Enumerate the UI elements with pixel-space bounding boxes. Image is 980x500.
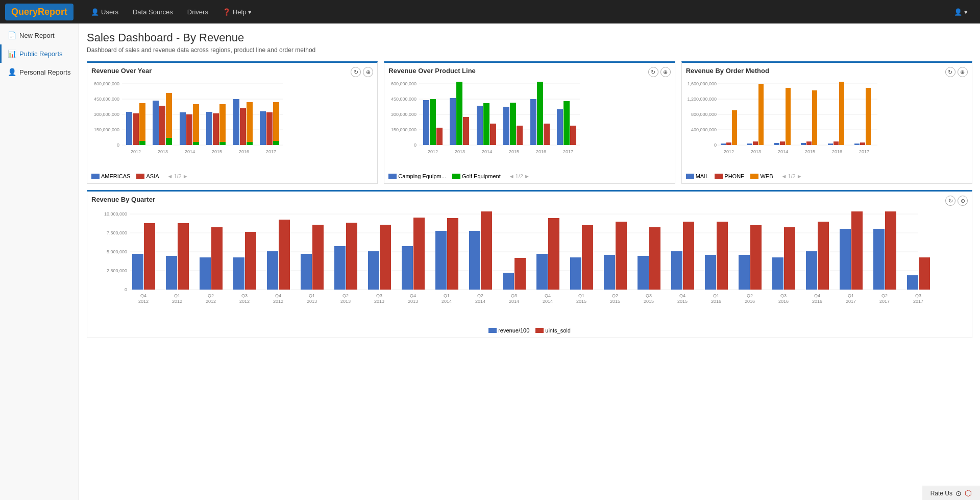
svg-text:Q1: Q1 [848,293,854,298]
chart-revenue-quarter-title: Revenue By Quarter [91,196,968,203]
legend-prev-product[interactable]: ◄ [509,173,514,179]
svg-text:2014: 2014 [475,299,485,304]
svg-rect-26 [219,142,226,145]
sidebar-item-public-reports[interactable]: 📊 Public Reports [0,44,79,63]
svg-text:2016: 2016 [832,149,842,154]
svg-rect-148 [638,256,649,290]
chart-revenue-year: Revenue Over Year ↻ ⊕ 600,000,000 450,00… [87,61,378,184]
legend-prev-order[interactable]: ◄ [781,173,787,179]
chart-revenue-order-svg: 1,600,000,000 1,200,000,000 800,000,000 … [686,78,880,170]
svg-rect-165 [919,257,930,290]
svg-rect-33 [273,141,279,145]
svg-rect-56 [477,106,483,145]
chart-revenue-product-title: Revenue Over Product Line [388,67,670,75]
svg-rect-25 [247,142,253,145]
svg-rect-54 [456,82,462,145]
svg-rect-159 [818,222,829,290]
settings-btn-quarter[interactable]: ⊕ [958,196,968,206]
github-icon[interactable]: ⊙ [955,489,962,497]
brand-text2: eport [44,7,67,17]
rate-us-icon[interactable]: ⬡ [965,488,972,498]
refresh-btn-quarter[interactable]: ↻ [945,196,955,206]
legend-next-year[interactable]: ► [183,173,188,179]
svg-rect-142 [536,254,548,290]
refresh-btn-order[interactable]: ↻ [945,67,955,77]
svg-text:2012: 2012 [239,299,250,304]
svg-rect-122 [200,257,211,290]
legend-next-product[interactable]: ► [524,173,530,179]
sidebar-item-new-report[interactable]: 📄 New Report [0,26,79,44]
svg-rect-100 [860,142,865,145]
svg-text:Q1: Q1 [444,293,450,298]
chart-revenue-quarter-svg: 10,000,000 7,500,000 5,000,000 2,500,000… [91,206,928,324]
chart-revenue-year-legend: AMERICAS ASIA ◄ 1/2 ► [91,173,373,179]
sidebar-item-personal-reports[interactable]: 👤 Personal Reports [0,63,79,81]
legend-web: WEB [750,173,773,179]
user-menu[interactable]: 👤 ▾ [947,5,975,19]
svg-text:Q3: Q3 [241,293,248,298]
settings-btn-year[interactable]: ⊕ [363,67,373,77]
svg-rect-53 [450,98,456,145]
legend-next-order[interactable]: ► [797,173,802,179]
svg-text:2016: 2016 [745,299,755,304]
svg-text:2012: 2012 [138,299,149,304]
svg-text:600,000,000: 600,000,000 [94,81,119,86]
svg-rect-101 [866,88,871,145]
svg-rect-98 [839,82,844,145]
svg-text:300,000,000: 300,000,000 [391,112,416,117]
legend-prev-year[interactable]: ◄ [167,173,173,179]
svg-text:Q2: Q2 [208,293,214,298]
legend-revenue-dot [488,328,497,333]
svg-text:2015: 2015 [576,299,586,304]
public-reports-icon: 📊 [8,50,16,58]
svg-text:2012: 2012 [206,299,216,304]
svg-rect-60 [510,103,516,145]
svg-rect-152 [705,255,716,290]
svg-rect-145 [582,225,593,290]
svg-rect-65 [557,109,563,145]
svg-rect-164 [907,275,918,290]
legend-nav-year: ◄ 1/2 ► [167,173,188,179]
legend-asia-label: ASIA [146,173,159,179]
nav-help-label: Help ▾ [233,8,252,16]
brand-logo[interactable]: QueryReport [5,4,74,20]
chart-revenue-order-actions: ↻ ⊕ [945,67,968,77]
navbar: QueryReport 👤 Users Data Sources Drivers… [0,0,980,23]
svg-text:0: 0 [714,142,717,148]
svg-text:2016: 2016 [536,149,546,154]
svg-rect-18 [193,104,199,145]
legend-units-dot [535,328,544,333]
svg-text:2012: 2012 [724,149,734,154]
svg-text:2017: 2017 [913,299,923,304]
svg-rect-85 [726,142,731,145]
legend-units-label: uints_sold [545,327,571,334]
nav-users-label: Users [101,8,118,16]
svg-rect-132 [368,251,379,290]
settings-btn-product[interactable]: ⊕ [660,67,671,77]
nav-help[interactable]: ❓ Help ▾ [215,5,259,19]
nav-users[interactable]: 👤 Users [84,5,126,19]
refresh-btn-year[interactable]: ↻ [351,67,361,77]
svg-text:150,000,000: 150,000,000 [391,127,416,132]
legend-golf-label: Golf Equipment [462,173,501,179]
svg-rect-140 [503,273,514,290]
legend-mail-dot [686,174,694,179]
refresh-btn-product[interactable]: ↻ [648,67,658,77]
svg-text:Q4: Q4 [410,293,416,298]
svg-text:2013: 2013 [408,299,418,304]
settings-btn-order[interactable]: ⊕ [958,67,968,77]
nav-drivers[interactable]: Drivers [180,5,215,19]
svg-text:2017: 2017 [563,149,573,154]
chart-revenue-quarter: Revenue By Quarter ↻ ⊕ 10,000,000 7,500,… [87,190,972,338]
svg-text:2015: 2015 [509,149,519,154]
chart-product-legend: Camping Equipm... Golf Equipment ◄ 1/2 ► [388,173,670,179]
top-chart-row: Revenue Over Year ↻ ⊕ 600,000,000 450,00… [87,61,972,184]
nav-datasources-label: Data Sources [133,8,173,16]
legend-americas-label: AMERICAS [101,173,130,179]
svg-text:Q4: Q4 [679,293,685,298]
svg-text:2017: 2017 [846,299,856,304]
svg-text:1,600,000,000: 1,600,000,000 [687,81,717,86]
svg-rect-13 [153,101,159,145]
nav-datasources[interactable]: Data Sources [126,5,180,19]
svg-rect-10 [126,112,132,145]
